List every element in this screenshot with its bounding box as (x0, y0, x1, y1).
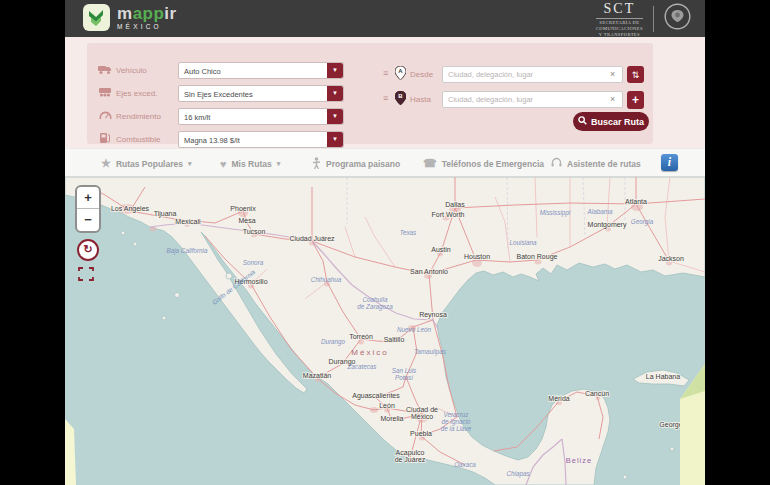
heart-icon: ♥ (220, 158, 227, 170)
chevron-down-icon: ▾ (188, 160, 192, 168)
nav-rutas-populares[interactable]: ★ Rutas Populares ▾ (101, 149, 191, 178)
drag-handle-icon[interactable]: ≡ (383, 69, 388, 78)
map-label: Phoenix (230, 205, 256, 212)
map-label: Houston (464, 253, 490, 260)
search-route-button[interactable]: Buscar Ruta (573, 112, 649, 131)
map-label: Alabama (587, 208, 613, 215)
fuel-select[interactable]: Magna 13.98 $/lt ▼ (178, 131, 344, 148)
brand-country: MÉXICO (117, 24, 177, 31)
mappir-check-icon (83, 4, 110, 31)
nav-telefonos-emergencia[interactable]: ☎ Teléfonos de Emergencia (423, 149, 544, 178)
performance-label: Rendimiento (116, 112, 161, 121)
map-label: México (351, 348, 388, 357)
map-label: Mérida (548, 395, 570, 402)
map-label: Cancún (585, 390, 609, 397)
fuel-label: Combustible (116, 135, 160, 144)
fuel-icon (98, 130, 112, 148)
brand-name: mappir (117, 5, 177, 22)
map-label: Torreón (349, 333, 373, 340)
map-label: Chihuahua (311, 276, 342, 283)
drag-handle-icon[interactable]: ≡ (383, 94, 388, 103)
map-label: Aguascalientes (352, 392, 400, 400)
map-label: George (659, 421, 682, 429)
map-label: Morelia (381, 415, 404, 422)
map-label: Belize (566, 456, 592, 465)
map-label: Mississippi (540, 209, 571, 217)
app-window: mappir MÉXICO SCT SECRETARÍA DE COMUNICA… (65, 0, 705, 485)
map-label: Ciudad Juárez (289, 235, 335, 242)
map-label: Durango (321, 338, 346, 346)
map-canvas[interactable]: Los AngelesPhoenixMesaTucsonTijuanaMexic… (65, 177, 705, 485)
gauge-icon (98, 107, 112, 125)
map-label: Saltillo (384, 336, 405, 343)
map-label: Mexicali (175, 218, 201, 225)
mexico-seal-icon (664, 3, 691, 34)
mappir-logo[interactable]: mappir MÉXICO (83, 4, 177, 31)
zoom-in-button[interactable]: + (77, 187, 99, 208)
map-label: Sonora (243, 259, 264, 266)
swap-route-button[interactable]: ⇅ (627, 66, 644, 83)
destination-pin-icon: B (395, 91, 406, 105)
map-label: Tijuana (154, 210, 177, 218)
map-label: Puebla (410, 430, 432, 437)
map-label: Zacatecas (346, 363, 377, 370)
add-waypoint-button[interactable]: + (627, 91, 644, 109)
origin-pin-icon: A (395, 66, 406, 80)
map-label: Tamaulipas (414, 348, 447, 356)
destination-label: Hasta (410, 95, 431, 104)
map-label: Montgomery (588, 221, 627, 229)
info-button[interactable]: i (661, 154, 678, 171)
map-label: Los Angeles (111, 205, 150, 213)
chevron-down-icon[interactable]: ▼ (327, 109, 343, 124)
map-label: Baja California (167, 247, 208, 255)
map-label: Oaxaca (454, 461, 476, 468)
origin-input[interactable] (442, 66, 623, 83)
map-label: Louisiana (510, 239, 537, 246)
nav-mis-rutas[interactable]: ♥ Mis Rutas ▾ (220, 149, 280, 178)
star-icon: ★ (101, 157, 111, 170)
performance-select[interactable]: 16 km/lt ▼ (178, 108, 344, 125)
divider (653, 6, 654, 32)
chevron-down-icon: ▾ (277, 160, 281, 168)
map-label: Texas (400, 229, 417, 236)
destination-input[interactable] (442, 91, 623, 108)
map-label: La Habana (646, 373, 680, 380)
map-label: Baton Rouge (517, 253, 558, 261)
headset-icon (551, 157, 562, 170)
secondary-nav: ★ Rutas Populares ▾ ♥ Mis Rutas ▾ Progra… (65, 148, 705, 177)
sct-logo: SCT SECRETARÍA DE COMUNICACIONES Y TRANS… (586, 3, 691, 34)
search-icon (578, 116, 587, 127)
map-label: Mazatlán (303, 372, 332, 379)
map-label: Veracruzde Ignaciode la Llave (441, 411, 472, 432)
map-label: Acapulcode Juárez (395, 449, 426, 463)
map-label: Dallas (445, 201, 465, 208)
chevron-down-icon[interactable]: ▼ (327, 132, 343, 147)
map-label: Jackson (658, 255, 684, 262)
map-label: Chiapas (506, 470, 530, 478)
map-label: León (379, 402, 395, 409)
phone-icon: ☎ (423, 157, 437, 170)
clear-destination-icon[interactable]: × (610, 94, 615, 104)
map-label: Atlanta (625, 198, 647, 205)
sct-acronym: SCT (596, 1, 643, 19)
map-label: Tucson (243, 228, 266, 235)
map-label: Reynosa (419, 311, 447, 319)
nav-asistente-rutas[interactable]: Asistente de rutas (551, 149, 641, 178)
route-form: Vehículo Auto Chico ▼ Ejes exced. Sin Ej… (65, 37, 705, 148)
clear-origin-icon[interactable]: × (610, 69, 615, 79)
zoom-out-button[interactable]: − (77, 209, 99, 230)
map-label: Austin (431, 246, 451, 253)
origin-label: Desde (410, 70, 433, 79)
fullscreen-button[interactable] (78, 267, 94, 281)
nav-programa-paisano[interactable]: Programa paisano (312, 149, 400, 178)
map-label: Nuevo León (397, 326, 431, 333)
map-label: Fort Worth (432, 211, 465, 218)
reset-view-button[interactable]: ↻ (77, 239, 99, 261)
map-label: Georgia (631, 218, 654, 226)
map-label: San Antonio (410, 268, 448, 275)
map-graphics: Los AngelesPhoenixMesaTucsonTijuanaMexic… (65, 177, 705, 485)
person-icon (312, 157, 321, 171)
map-label: Mesa (238, 217, 255, 224)
zoom-control: + − (75, 185, 101, 233)
top-header: mappir MÉXICO SCT SECRETARÍA DE COMUNICA… (65, 0, 705, 38)
